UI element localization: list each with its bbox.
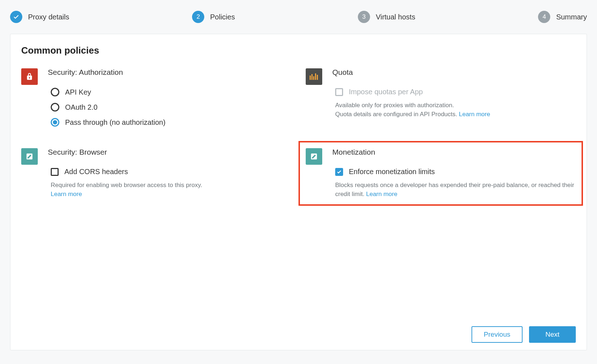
checkbox-icon xyxy=(335,168,343,176)
checkbox-icon xyxy=(51,168,59,176)
svg-rect-0 xyxy=(310,76,311,80)
security-browser-block: Security: Browser Add CORS headers Requi… xyxy=(21,148,291,199)
radio-label: API Key xyxy=(65,88,91,96)
monetization-learn-more-link[interactable]: Learn more xyxy=(366,191,397,197)
step-label: Policies xyxy=(210,13,235,21)
pencil-icon xyxy=(306,148,322,165)
wizard-stepper: Proxy details 2 Policies 3 Virtual hosts… xyxy=(10,7,587,34)
previous-button[interactable]: Previous xyxy=(471,326,523,343)
security-authorization-heading: Security: Authorization xyxy=(48,64,291,81)
radio-oauth[interactable]: OAuth 2.0 xyxy=(51,103,291,112)
policies-panel: Common policies Security: Authorization … xyxy=(10,34,587,350)
security-browser-heading: Security: Browser xyxy=(48,144,291,160)
step-summary[interactable]: 4 Summary xyxy=(538,11,587,23)
radio-icon xyxy=(51,118,59,127)
checkbox-enforce-monetization[interactable]: Enforce monetization limits xyxy=(335,168,576,176)
checkbox-label: Add CORS headers xyxy=(64,168,128,176)
checkbox-icon xyxy=(335,88,343,96)
svg-rect-3 xyxy=(315,73,316,80)
step-number-icon: 4 xyxy=(538,11,550,23)
radio-pass-through[interactable]: Pass through (no authorization) xyxy=(51,118,291,127)
checkbox-label: Impose quotas per App xyxy=(349,88,423,96)
step-number-icon: 3 xyxy=(358,11,370,23)
quota-heading: Quota xyxy=(332,64,576,81)
step-virtual-hosts[interactable]: 3 Virtual hosts xyxy=(358,11,415,23)
svg-rect-4 xyxy=(317,75,318,80)
checkbox-add-cors[interactable]: Add CORS headers xyxy=(51,168,291,176)
checkbox-impose-quotas: Impose quotas per App xyxy=(335,88,576,96)
monetization-heading: Monetization xyxy=(332,144,576,160)
monetization-block: Monetization Enforce monetization limits… xyxy=(306,148,576,199)
check-icon xyxy=(10,11,22,23)
step-proxy-details[interactable]: Proxy details xyxy=(10,11,69,23)
panel-title: Common policies xyxy=(21,45,576,56)
step-label: Virtual hosts xyxy=(376,13,415,21)
checkbox-label: Enforce monetization limits xyxy=(349,168,435,176)
radio-api-key[interactable]: API Key xyxy=(51,88,291,96)
radio-label: Pass through (no authorization) xyxy=(65,118,165,127)
pencil-icon xyxy=(21,148,38,165)
security-authorization-block: Security: Authorization API Key OAuth 2.… xyxy=(21,68,291,127)
cors-learn-more-link[interactable]: Learn more xyxy=(51,191,82,197)
monetization-help: Blocks requests once a developer has exp… xyxy=(332,181,576,199)
quota-block: Quota Impose quotas per App Available on… xyxy=(306,68,576,127)
step-label: Proxy details xyxy=(28,13,69,21)
step-label: Summary xyxy=(556,13,587,21)
next-button[interactable]: Next xyxy=(529,326,576,343)
step-policies[interactable]: 2 Policies xyxy=(192,11,235,23)
cors-help: Required for enabling web browser access… xyxy=(48,181,291,199)
step-number-icon: 2 xyxy=(192,11,204,23)
svg-rect-1 xyxy=(311,74,313,80)
radio-label: OAuth 2.0 xyxy=(65,103,97,112)
svg-rect-2 xyxy=(313,76,314,80)
bars-icon xyxy=(306,68,322,85)
lock-icon xyxy=(21,68,38,85)
quota-help: Available only for proxies with authoriz… xyxy=(332,101,576,119)
monetization-highlight: Monetization Enforce monetization limits… xyxy=(298,141,583,206)
quota-learn-more-link[interactable]: Learn more xyxy=(459,111,490,118)
radio-icon xyxy=(51,88,59,96)
wizard-footer: Previous Next xyxy=(21,319,576,343)
radio-icon xyxy=(51,103,59,112)
